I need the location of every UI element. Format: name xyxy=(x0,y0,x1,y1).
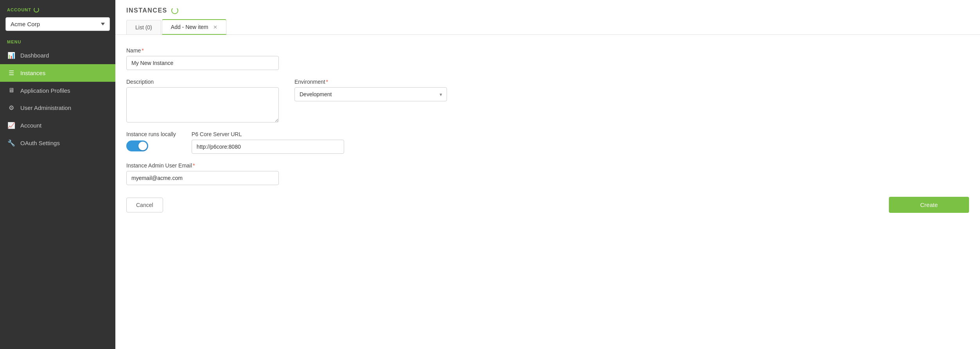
chevron-down-icon xyxy=(101,23,105,25)
sidebar-item-label: Application Profiles xyxy=(20,87,70,94)
cancel-button[interactable]: Cancel xyxy=(126,198,163,212)
description-label: Description xyxy=(126,79,279,85)
page-title-row: INSTANCES xyxy=(126,7,969,14)
sidebar-item-label: User Administration xyxy=(20,104,71,111)
p6url-label: P6 Core Server URL xyxy=(192,131,344,137)
email-row: Instance Admin User Email* xyxy=(126,162,969,185)
sidebar-item-user-administration[interactable]: ⚙ User Administration xyxy=(0,99,115,117)
instances-icon: ☰ xyxy=(7,69,16,77)
main-content: INSTANCES List (0) Add - New item ✕ Name… xyxy=(115,0,980,349)
description-group: Description xyxy=(126,79,279,122)
sidebar-item-oauth-settings[interactable]: 🔧 OAuth Settings xyxy=(0,134,115,152)
sidebar-item-label: OAuth Settings xyxy=(20,140,60,146)
oauth-icon: 🔧 xyxy=(7,139,16,147)
name-group: Name* xyxy=(126,47,279,70)
close-icon[interactable]: ✕ xyxy=(213,24,217,30)
toggle-group: Instance runs locally xyxy=(126,131,176,151)
sidebar-item-label: Dashboard xyxy=(20,52,49,59)
description-textarea[interactable] xyxy=(126,87,279,122)
account-label-text: ACCOUNT xyxy=(7,7,31,12)
form-area: Name* Description Environment* Developme… xyxy=(115,35,980,349)
user-admin-icon: ⚙ xyxy=(7,104,16,112)
form-actions: Cancel Create xyxy=(126,197,969,213)
toggle-p6url-row: Instance runs locally P6 Core Server URL xyxy=(126,131,969,154)
environment-group: Environment* Development Staging Product… xyxy=(294,79,447,101)
tab-add-new[interactable]: Add - New item ✕ xyxy=(162,19,226,35)
name-input[interactable] xyxy=(126,56,279,70)
sidebar-item-account[interactable]: 📈 Account xyxy=(0,117,115,134)
name-row: Name* xyxy=(126,47,969,70)
page-title: INSTANCES xyxy=(126,7,167,14)
environment-select-wrapper: Development Staging Production ▾ xyxy=(294,87,447,101)
email-label: Instance Admin User Email* xyxy=(126,162,279,169)
p6url-input[interactable] xyxy=(192,140,344,154)
menu-label: MENU xyxy=(0,36,115,47)
sidebar-item-dashboard[interactable]: 📊 Dashboard xyxy=(0,47,115,64)
sidebar: ACCOUNT Acme Corp MENU 📊 Dashboard ☰ Ins… xyxy=(0,0,115,349)
page-header: INSTANCES List (0) Add - New item ✕ xyxy=(115,0,980,35)
name-label: Name* xyxy=(126,47,279,54)
account-name: Acme Corp xyxy=(11,21,40,27)
environment-select[interactable]: Development Staging Production xyxy=(294,87,447,101)
tab-add-new-label: Add - New item xyxy=(171,24,208,30)
create-button[interactable]: Create xyxy=(889,197,969,213)
sidebar-item-label: Instances xyxy=(20,70,45,76)
p6url-group: P6 Core Server URL xyxy=(192,131,344,154)
environment-label: Environment* xyxy=(294,79,447,85)
toggle-label: Instance runs locally xyxy=(126,131,176,137)
sidebar-item-instances[interactable]: ☰ Instances xyxy=(0,64,115,82)
desc-env-row: Description Environment* Development Sta… xyxy=(126,79,969,122)
application-profiles-icon: 🖥 xyxy=(7,87,16,94)
email-group: Instance Admin User Email* xyxy=(126,162,279,185)
email-input[interactable] xyxy=(126,171,279,185)
toggle-thumb xyxy=(138,142,147,150)
account-section-label: ACCOUNT xyxy=(0,0,115,15)
sidebar-item-application-profiles[interactable]: 🖥 Application Profiles xyxy=(0,82,115,99)
account-selector[interactable]: Acme Corp xyxy=(5,17,110,31)
dashboard-icon: 📊 xyxy=(7,52,16,59)
account-refresh-icon[interactable] xyxy=(34,7,39,13)
tabs-row: List (0) Add - New item ✕ xyxy=(126,19,969,34)
tab-list[interactable]: List (0) xyxy=(126,20,161,34)
tab-list-label: List (0) xyxy=(135,24,152,31)
account-icon: 📈 xyxy=(7,122,16,129)
sidebar-item-label: Account xyxy=(20,122,41,129)
instances-refresh-icon[interactable] xyxy=(171,7,178,14)
toggle-switch[interactable] xyxy=(126,140,148,151)
